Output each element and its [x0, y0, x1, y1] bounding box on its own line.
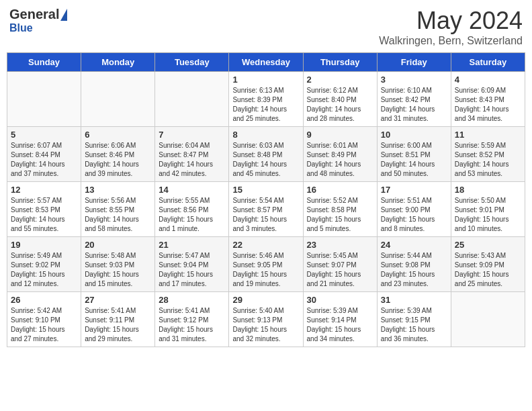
day-number: 27: [85, 295, 152, 305]
calendar-cell: 12Sunrise: 5:57 AM Sunset: 8:53 PM Dayli…: [7, 182, 81, 237]
month-title: May 2024: [379, 7, 523, 35]
calendar-cell: 30Sunrise: 5:39 AM Sunset: 9:14 PM Dayli…: [303, 292, 377, 347]
calendar-table: SundayMondayTuesdayWednesdayThursdayFrid…: [7, 52, 525, 347]
day-number: 26: [11, 295, 78, 305]
day-info: Sunrise: 6:12 AM Sunset: 8:40 PM Dayligh…: [307, 86, 374, 124]
calendar-cell: 19Sunrise: 5:49 AM Sunset: 9:02 PM Dayli…: [7, 237, 81, 292]
calendar-cell: 28Sunrise: 5:41 AM Sunset: 9:12 PM Dayli…: [155, 292, 229, 347]
day-number: 30: [307, 295, 374, 305]
day-info: Sunrise: 5:42 AM Sunset: 9:10 PM Dayligh…: [11, 306, 78, 344]
calendar-cell: 11Sunrise: 5:59 AM Sunset: 8:52 PM Dayli…: [451, 127, 525, 182]
day-number: 21: [159, 240, 226, 250]
day-header-sunday: Sunday: [7, 53, 81, 72]
day-info: Sunrise: 6:07 AM Sunset: 8:44 PM Dayligh…: [11, 141, 78, 179]
logo-triangle-icon: [60, 9, 67, 21]
day-number: 10: [381, 130, 448, 140]
calendar-cell: 31Sunrise: 5:39 AM Sunset: 9:15 PM Dayli…: [377, 292, 451, 347]
calendar-cell: 10Sunrise: 6:00 AM Sunset: 8:51 PM Dayli…: [377, 127, 451, 182]
day-info: Sunrise: 5:46 AM Sunset: 9:05 PM Dayligh…: [232, 251, 300, 289]
day-info: Sunrise: 5:40 AM Sunset: 9:13 PM Dayligh…: [232, 306, 300, 344]
title-block: May 2024 Walkringen, Bern, Switzerland: [379, 7, 523, 47]
day-info: Sunrise: 5:54 AM Sunset: 8:57 PM Dayligh…: [232, 196, 300, 234]
calendar-cell: 5Sunrise: 6:07 AM Sunset: 8:44 PM Daylig…: [7, 127, 81, 182]
day-number: 12: [11, 185, 78, 195]
day-number: 22: [232, 240, 300, 250]
day-number: 14: [159, 185, 226, 195]
day-info: Sunrise: 5:41 AM Sunset: 9:12 PM Dayligh…: [159, 306, 226, 344]
day-info: Sunrise: 5:56 AM Sunset: 8:55 PM Dayligh…: [85, 196, 152, 234]
day-info: Sunrise: 5:59 AM Sunset: 8:52 PM Dayligh…: [455, 141, 522, 179]
calendar-cell: 3Sunrise: 6:10 AM Sunset: 8:42 PM Daylig…: [377, 72, 451, 127]
calendar-cell: [155, 72, 229, 127]
day-info: Sunrise: 5:48 AM Sunset: 9:03 PM Dayligh…: [85, 251, 152, 289]
calendar-cell: 22Sunrise: 5:46 AM Sunset: 9:05 PM Dayli…: [229, 237, 303, 292]
day-info: Sunrise: 6:09 AM Sunset: 8:43 PM Dayligh…: [455, 86, 522, 124]
day-info: Sunrise: 6:00 AM Sunset: 8:51 PM Dayligh…: [381, 141, 448, 179]
day-info: Sunrise: 6:01 AM Sunset: 8:49 PM Dayligh…: [307, 141, 374, 179]
day-number: 3: [381, 75, 448, 85]
day-number: 28: [159, 295, 226, 305]
day-header-friday: Friday: [377, 53, 451, 72]
day-header-wednesday: Wednesday: [229, 53, 303, 72]
day-number: 9: [307, 130, 374, 140]
day-number: 20: [85, 240, 152, 250]
day-number: 16: [307, 185, 374, 195]
page-header: General Blue May 2024 Walkringen, Bern, …: [7, 7, 525, 47]
day-info: Sunrise: 6:03 AM Sunset: 8:48 PM Dayligh…: [232, 141, 300, 179]
calendar-cell: 13Sunrise: 5:56 AM Sunset: 8:55 PM Dayli…: [81, 182, 155, 237]
day-number: 1: [232, 75, 300, 85]
calendar-cell: 26Sunrise: 5:42 AM Sunset: 9:10 PM Dayli…: [7, 292, 81, 347]
day-info: Sunrise: 5:57 AM Sunset: 8:53 PM Dayligh…: [11, 196, 78, 234]
calendar-cell: 8Sunrise: 6:03 AM Sunset: 8:48 PM Daylig…: [229, 127, 303, 182]
day-info: Sunrise: 5:44 AM Sunset: 9:08 PM Dayligh…: [381, 251, 448, 289]
day-number: 25: [455, 240, 522, 250]
calendar-cell: 6Sunrise: 6:06 AM Sunset: 8:46 PM Daylig…: [81, 127, 155, 182]
day-info: Sunrise: 5:39 AM Sunset: 9:14 PM Dayligh…: [307, 306, 374, 344]
logo-general: General: [9, 7, 59, 22]
day-info: Sunrise: 5:55 AM Sunset: 8:56 PM Dayligh…: [159, 196, 226, 234]
day-info: Sunrise: 5:50 AM Sunset: 9:01 PM Dayligh…: [455, 196, 522, 234]
day-number: 29: [232, 295, 300, 305]
day-info: Sunrise: 5:45 AM Sunset: 9:07 PM Dayligh…: [307, 251, 374, 289]
calendar-cell: 14Sunrise: 5:55 AM Sunset: 8:56 PM Dayli…: [155, 182, 229, 237]
calendar-cell: 16Sunrise: 5:52 AM Sunset: 8:58 PM Dayli…: [303, 182, 377, 237]
location: Walkringen, Bern, Switzerland: [379, 35, 523, 47]
calendar-cell: 20Sunrise: 5:48 AM Sunset: 9:03 PM Dayli…: [81, 237, 155, 292]
day-info: Sunrise: 6:13 AM Sunset: 8:39 PM Dayligh…: [232, 86, 300, 124]
day-number: 2: [307, 75, 374, 85]
day-number: 13: [85, 185, 152, 195]
logo-blue: Blue: [9, 22, 33, 34]
day-info: Sunrise: 5:51 AM Sunset: 9:00 PM Dayligh…: [381, 196, 448, 234]
day-info: Sunrise: 6:10 AM Sunset: 8:42 PM Dayligh…: [381, 86, 448, 124]
calendar-cell: 25Sunrise: 5:43 AM Sunset: 9:09 PM Dayli…: [451, 237, 525, 292]
day-info: Sunrise: 5:52 AM Sunset: 8:58 PM Dayligh…: [307, 196, 374, 234]
day-info: Sunrise: 5:43 AM Sunset: 9:09 PM Dayligh…: [455, 251, 522, 289]
day-header-saturday: Saturday: [451, 53, 525, 72]
calendar-cell: [7, 72, 81, 127]
day-info: Sunrise: 5:39 AM Sunset: 9:15 PM Dayligh…: [381, 306, 448, 344]
day-number: 5: [11, 130, 78, 140]
day-number: 8: [232, 130, 300, 140]
calendar-cell: 27Sunrise: 5:41 AM Sunset: 9:11 PM Dayli…: [81, 292, 155, 347]
calendar-cell: 21Sunrise: 5:47 AM Sunset: 9:04 PM Dayli…: [155, 237, 229, 292]
day-header-thursday: Thursday: [303, 53, 377, 72]
day-number: 17: [381, 185, 448, 195]
day-info: Sunrise: 5:49 AM Sunset: 9:02 PM Dayligh…: [11, 251, 78, 289]
day-number: 19: [11, 240, 78, 250]
day-header-tuesday: Tuesday: [155, 53, 229, 72]
day-number: 15: [232, 185, 300, 195]
calendar-cell: 23Sunrise: 5:45 AM Sunset: 9:07 PM Dayli…: [303, 237, 377, 292]
day-number: 11: [455, 130, 522, 140]
calendar-cell: 17Sunrise: 5:51 AM Sunset: 9:00 PM Dayli…: [377, 182, 451, 237]
calendar-cell: 7Sunrise: 6:04 AM Sunset: 8:47 PM Daylig…: [155, 127, 229, 182]
day-header-monday: Monday: [81, 53, 155, 72]
day-number: 4: [455, 75, 522, 85]
calendar-cell: 15Sunrise: 5:54 AM Sunset: 8:57 PM Dayli…: [229, 182, 303, 237]
calendar-cell: [81, 72, 155, 127]
calendar-cell: 9Sunrise: 6:01 AM Sunset: 8:49 PM Daylig…: [303, 127, 377, 182]
calendar-cell: 1Sunrise: 6:13 AM Sunset: 8:39 PM Daylig…: [229, 72, 303, 127]
calendar-cell: 29Sunrise: 5:40 AM Sunset: 9:13 PM Dayli…: [229, 292, 303, 347]
day-info: Sunrise: 6:04 AM Sunset: 8:47 PM Dayligh…: [159, 141, 226, 179]
day-number: 24: [381, 240, 448, 250]
day-info: Sunrise: 6:06 AM Sunset: 8:46 PM Dayligh…: [85, 141, 152, 179]
